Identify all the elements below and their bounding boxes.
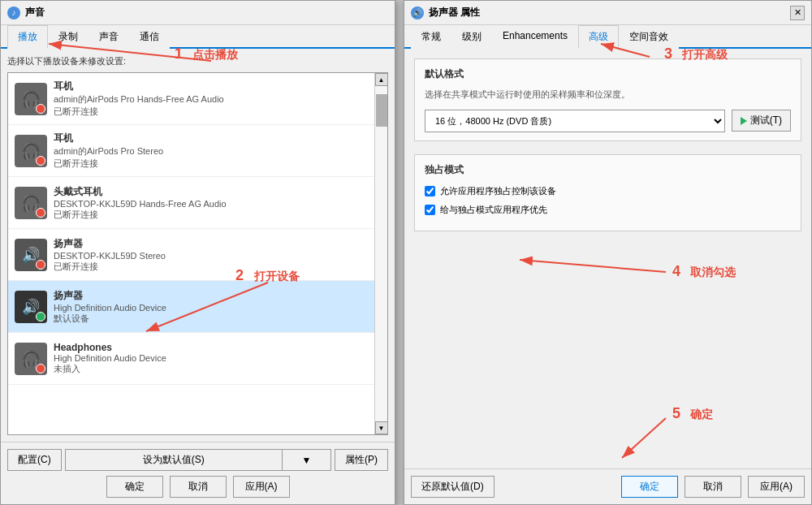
status-dot-2	[36, 156, 45, 166]
default-format-desc: 选择在共享模式中运行时使用的采样频率和位深度。	[425, 88, 791, 101]
device-list-label: 选择以下播放设备来修改设置:	[7, 55, 388, 67]
device-icon-bt-headset: 🎧	[15, 187, 47, 219]
device-desc-4: DESKTOP-KKJL59D Stereo	[54, 251, 368, 261]
props-ok-button[interactable]: 确定	[621, 476, 678, 498]
sound-dialog: ♪ 声音 播放 录制 声音 通信 选择以下播放设备来修改设置: 🎧 耳机	[0, 0, 395, 505]
allow-exclusive-label: 允许应用程序独占控制该设备	[440, 185, 556, 197]
device-info-1: 耳机 admin的AirPods Pro Hands-Free AG Audio…	[54, 80, 368, 118]
sound-icon: ♪	[7, 6, 20, 19]
play-icon	[741, 117, 747, 125]
tab-enhancements[interactable]: Enhancements	[492, 25, 578, 49]
tab-advanced[interactable]: 高级	[578, 25, 619, 49]
device-icon-airpods-stereo: 🎧	[15, 135, 47, 167]
device-status-1: 已断开连接	[54, 106, 368, 118]
device-icon-airpods-handsfree: 🎧	[15, 83, 47, 115]
props-cancel-button[interactable]: 取消	[685, 476, 741, 498]
status-dot-3	[36, 208, 45, 218]
device-item-desktop-speaker[interactable]: 🔊 扬声器 DESKTOP-KKJL59D Stereo 已断开连接	[8, 229, 374, 281]
scroll-up-btn[interactable]: ▲	[375, 73, 388, 86]
device-status-2: 已断开连接	[54, 158, 368, 170]
device-status-6: 未插入	[54, 363, 368, 375]
sound-tabs-bar: 播放 录制 声音 通信	[1, 25, 395, 49]
bottom-row2: 确定 取消 应用(A)	[7, 476, 388, 498]
device-item-hd-speaker[interactable]: 🔊 扬声器 High Definition Audio Device 默认设备	[8, 281, 374, 333]
sound-cancel-button[interactable]: 取消	[170, 476, 227, 498]
test-btn-label: 测试(T)	[750, 114, 782, 127]
status-dot-5	[36, 312, 45, 322]
allow-exclusive-checkbox[interactable]	[425, 186, 435, 196]
device-item-airpods-handsfree[interactable]: 🎧 耳机 admin的AirPods Pro Hands-Free AG Aud…	[8, 73, 374, 125]
exclusive-mode-title: 独占模式	[425, 163, 791, 177]
device-list-wrapper: 🎧 耳机 admin的AirPods Pro Hands-Free AG Aud…	[7, 72, 388, 435]
props-titlebar: 🔊 扬声器 属性 ✕	[404, 1, 811, 25]
properties-button[interactable]: 属性(P)	[335, 449, 388, 471]
device-desc-1: admin的AirPods Pro Hands-Free AG Audio	[54, 93, 368, 106]
props-close-button[interactable]: ✕	[790, 6, 805, 20]
format-row: 16 位，44100 Hz (CD 音质)16 位，48000 Hz (DVD …	[425, 110, 791, 132]
device-icon-hd-speaker: 🔊	[15, 291, 47, 323]
set-default-dropdown[interactable]: ▼	[283, 449, 331, 471]
scroll-thumb[interactable]	[376, 94, 387, 127]
set-default-group: 设为默认值(S) ▼	[65, 449, 331, 471]
sound-ok-button[interactable]: 确定	[106, 476, 163, 498]
device-item-bt-headset[interactable]: 🎧 头戴式耳机 DESKTOP-KKJL59D Hands-Free AG Au…	[8, 177, 374, 229]
set-default-button[interactable]: 设为默认值(S)	[65, 449, 283, 471]
sound-apply-button[interactable]: 应用(A)	[233, 476, 290, 498]
device-name-6: Headphones	[54, 342, 368, 353]
restore-defaults-button[interactable]: 还原默认值(D)	[411, 476, 495, 498]
scrollbar[interactable]: ▲ ▼	[374, 73, 387, 434]
configure-button[interactable]: 配置(C)	[7, 449, 62, 471]
device-info-4: 扬声器 DESKTOP-KKJL59D Stereo 已断开连接	[54, 237, 368, 273]
props-content: 默认格式 选择在共享模式中运行时使用的采样频率和位深度。 16 位，44100 …	[404, 49, 811, 468]
device-name-4: 扬声器	[54, 237, 368, 251]
props-dialog: 🔊 扬声器 属性 ✕ 常规 级别 Enhancements 高级 空间音效 默认…	[404, 0, 812, 505]
sound-dialog-bottom: 配置(C) 设为默认值(S) ▼ 属性(P) 确定 取消 应用(A)	[1, 442, 395, 504]
exclusive-mode-section: 独占模式 允许应用程序独占控制该设备 给与独占模式应用程序优先	[414, 154, 801, 231]
format-select[interactable]: 16 位，44100 Hz (CD 音质)16 位，48000 Hz (DVD …	[425, 110, 725, 132]
tab-recording[interactable]: 录制	[48, 25, 89, 49]
tab-general[interactable]: 常规	[411, 25, 451, 49]
props-apply-button[interactable]: 应用(A)	[748, 476, 805, 498]
device-desc-6: High Definition Audio Device	[54, 353, 368, 363]
scroll-track[interactable]	[375, 86, 387, 421]
device-info-2: 耳机 admin的AirPods Pro Stereo 已断开连接	[54, 132, 368, 170]
device-desc-2: admin的AirPods Pro Stereo	[54, 145, 368, 158]
props-bottom-right: 确定 取消 应用(A)	[621, 476, 805, 498]
test-button[interactable]: 测试(T)	[732, 110, 791, 132]
sound-dialog-titlebar: ♪ 声音	[1, 1, 395, 25]
tab-communications[interactable]: 通信	[129, 25, 170, 49]
device-name-2: 耳机	[54, 132, 368, 145]
bottom-row1: 配置(C) 设为默认值(S) ▼ 属性(P)	[7, 449, 388, 471]
status-dot-1	[36, 104, 45, 114]
tab-sounds[interactable]: 声音	[89, 25, 129, 49]
device-name-5: 扬声器	[54, 289, 368, 303]
status-dot-6	[36, 364, 45, 373]
sound-dialog-content: 选择以下播放设备来修改设置: 🎧 耳机 admin的AirPods Pro Ha…	[1, 49, 395, 442]
default-format-section: 默认格式 选择在共享模式中运行时使用的采样频率和位深度。 16 位，44100 …	[414, 58, 801, 141]
device-status-4: 已断开连接	[54, 261, 368, 273]
tab-levels[interactable]: 级别	[451, 25, 492, 49]
props-title-group: 🔊 扬声器 属性	[411, 6, 480, 19]
device-icon-headphones: 🎧	[15, 343, 47, 375]
props-title-text: 扬声器 属性	[429, 6, 480, 19]
sound-title-text: 声音	[25, 6, 45, 19]
give-priority-label: 给与独占模式应用程序优先	[440, 204, 547, 216]
tab-playback[interactable]: 播放	[7, 25, 48, 49]
device-name-1: 耳机	[54, 80, 368, 93]
props-tabs-bar: 常规 级别 Enhancements 高级 空间音效	[404, 25, 811, 49]
status-dot-4	[36, 260, 45, 270]
props-icon: 🔊	[411, 6, 424, 19]
tab-spatial[interactable]: 空间音效	[619, 25, 679, 49]
device-list[interactable]: 🎧 耳机 admin的AirPods Pro Hands-Free AG Aud…	[8, 73, 374, 434]
device-item-airpods-stereo[interactable]: 🎧 耳机 admin的AirPods Pro Stereo 已断开连接	[8, 125, 374, 177]
device-info-3: 头戴式耳机 DESKTOP-KKJL59D Hands-Free AG Audi…	[54, 185, 368, 221]
allow-exclusive-row: 允许应用程序独占控制该设备	[425, 185, 791, 197]
device-desc-3: DESKTOP-KKJL59D Hands-Free AG Audio	[54, 199, 368, 209]
device-status-3: 已断开连接	[54, 209, 368, 221]
device-desc-5: High Definition Audio Device	[54, 303, 368, 313]
sound-dialog-title: ♪ 声音	[7, 6, 45, 19]
device-item-headphones[interactable]: 🎧 Headphones High Definition Audio Devic…	[8, 333, 374, 385]
props-bottom: 还原默认值(D) 确定 取消 应用(A)	[404, 468, 811, 504]
scroll-down-btn[interactable]: ▼	[375, 421, 388, 434]
give-priority-checkbox[interactable]	[425, 205, 435, 215]
